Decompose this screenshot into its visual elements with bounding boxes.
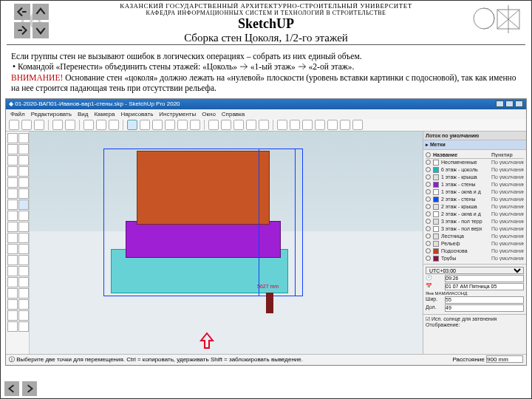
tool-component[interactable]	[7, 310, 18, 321]
layer-linetype[interactable]: По умолчанию	[491, 256, 524, 261]
layer-linetype[interactable]: По умолчанию	[491, 189, 524, 194]
visibility-toggle[interactable]	[426, 182, 431, 187]
menu-help[interactable]: Справка	[222, 111, 245, 117]
tool-axes[interactable]	[7, 244, 18, 254]
viewport[interactable]: 5627 mm	[30, 132, 423, 354]
layer-linetype[interactable]: По умолчанию	[491, 248, 524, 253]
layer-row[interactable]: 2 этаж - крышаПо умолчанию	[426, 203, 524, 211]
lon-input[interactable]	[445, 304, 524, 312]
menu-file[interactable]: Файл	[10, 111, 25, 117]
layer-swatch[interactable]	[433, 226, 439, 232]
tool-texture[interactable]	[340, 120, 350, 130]
timezone-select[interactable]: UTC+03:00	[426, 267, 524, 274]
tool-dimension[interactable]	[7, 233, 18, 243]
layer-linetype[interactable]: По умолчанию	[491, 160, 524, 165]
visibility-toggle[interactable]	[426, 248, 431, 253]
layer-row[interactable]: 1 этаж - стеныПо умолчанию	[426, 181, 524, 188]
layer-linetype[interactable]: По умолчанию	[491, 174, 524, 180]
tool-followme[interactable]	[18, 188, 29, 199]
tool-protractor[interactable]	[18, 222, 29, 232]
prev-slide-button[interactable]	[4, 381, 19, 396]
layer-swatch[interactable]	[433, 189, 439, 195]
tool-pushpull[interactable]	[7, 188, 18, 199]
layer-row[interactable]: ТрубыПо умолчанию	[426, 255, 524, 262]
tool-front[interactable]	[152, 120, 163, 130]
tool-circle[interactable]	[7, 166, 18, 177]
layer-row[interactable]: РельефПо умолчанию	[426, 240, 524, 248]
tool-zoom2[interactable]	[7, 277, 18, 287]
visibility-toggle[interactable]	[426, 256, 431, 261]
tool-iso[interactable]	[127, 120, 137, 130]
layer-swatch[interactable]	[433, 256, 439, 262]
visibility-toggle[interactable]	[426, 160, 431, 165]
layers-panel-title[interactable]: ▸ Метки	[423, 140, 526, 150]
tool-hidden[interactable]	[315, 120, 325, 130]
tool-orbit2[interactable]	[7, 266, 18, 276]
tool-zoom[interactable]	[233, 120, 244, 130]
time-input[interactable]	[445, 275, 524, 282]
tool-arc2[interactable]	[18, 177, 29, 188]
tool-save[interactable]	[34, 120, 44, 130]
tool-zoomext2[interactable]	[18, 277, 29, 287]
layer-row[interactable]: 1 этаж - окна и дПо умолчанию	[426, 188, 524, 196]
shade-checkbox[interactable]: ☑ Исп. солнце для затенения	[426, 316, 524, 322]
layer-swatch[interactable]	[433, 167, 439, 173]
visibility-toggle[interactable]	[426, 233, 431, 239]
layer-swatch[interactable]	[433, 219, 439, 225]
tool-eraser[interactable]	[18, 133, 29, 143]
tool-lookaround[interactable]	[18, 288, 29, 299]
tray-title[interactable]: Лоток по умолчанию	[423, 132, 526, 140]
titlebar[interactable]: ◆ 01-2020-ВАП01-Иванов-вар1-стены.skp - …	[6, 99, 526, 109]
distance-input[interactable]	[486, 355, 523, 363]
layer-linetype[interactable]: По умолчанию	[491, 226, 524, 231]
tool-outer[interactable]	[7, 321, 18, 332]
tool-paste[interactable]	[109, 120, 119, 130]
layer-linetype[interactable]: По умолчанию	[491, 204, 524, 209]
next-slide-button[interactable]	[22, 381, 37, 396]
tool-pan[interactable]	[221, 120, 231, 130]
tool-open[interactable]	[21, 120, 32, 130]
tool-offset[interactable]	[7, 200, 18, 210]
tool-wireframe[interactable]	[302, 120, 313, 130]
tool-line[interactable]	[7, 144, 18, 154]
visibility-toggle[interactable]	[426, 219, 431, 224]
tool-shadow[interactable]	[277, 120, 287, 130]
layer-row[interactable]: 6 этаж - цокольПо умолчанию	[426, 166, 524, 174]
layer-row[interactable]: 2 этаж - окна и дПо умолчанию	[426, 211, 524, 218]
visibility-toggle[interactable]	[426, 226, 431, 231]
menu-window[interactable]: Окно	[202, 111, 216, 117]
layer-swatch[interactable]	[433, 233, 439, 239]
tool-text[interactable]	[18, 233, 29, 243]
tool-freehand[interactable]	[18, 144, 29, 154]
layer-row[interactable]: ПодосноваПо умолчанию	[426, 248, 524, 255]
nav-down-button[interactable]	[33, 22, 49, 38]
tool-position[interactable]	[7, 288, 18, 299]
minimize-button[interactable]	[496, 100, 504, 107]
layer-linetype[interactable]: По умолчанию	[491, 233, 524, 239]
nav-last-button[interactable]	[14, 22, 30, 38]
menu-view[interactable]: Вид	[78, 111, 88, 117]
layer-linetype[interactable]: По умолчанию	[491, 219, 524, 224]
visibility-toggle[interactable]	[426, 167, 431, 172]
layer-swatch[interactable]	[433, 174, 439, 180]
layer-row[interactable]: 3 этаж - пол верхПо умолчанию	[426, 225, 524, 233]
col-type[interactable]: Пунктир	[491, 152, 524, 157]
tool-shaded[interactable]	[327, 120, 338, 130]
layer-swatch[interactable]	[433, 160, 439, 166]
tool-zoomwin[interactable]	[246, 120, 256, 130]
tool-walk[interactable]	[7, 299, 18, 310]
tool-paint[interactable]	[7, 255, 18, 265]
nav-first-button[interactable]	[14, 4, 30, 20]
tool-move[interactable]	[18, 200, 29, 210]
layer-linetype[interactable]: По умолчанию	[491, 211, 524, 216]
visibility-toggle[interactable]	[426, 197, 431, 202]
tool-redo[interactable]	[65, 120, 75, 130]
tool-solid[interactable]	[18, 321, 29, 332]
layer-row[interactable]: 3 этаж - пол террПо умолчанию	[426, 218, 524, 225]
tool-copy[interactable]	[96, 120, 106, 130]
visibility-toggle[interactable]	[426, 174, 431, 180]
tool-3dtext[interactable]	[18, 244, 29, 254]
tool-arc[interactable]	[7, 177, 18, 188]
tool-undo[interactable]	[52, 120, 63, 130]
layer-row[interactable]: ЛестницаПо умолчанию	[426, 233, 524, 240]
